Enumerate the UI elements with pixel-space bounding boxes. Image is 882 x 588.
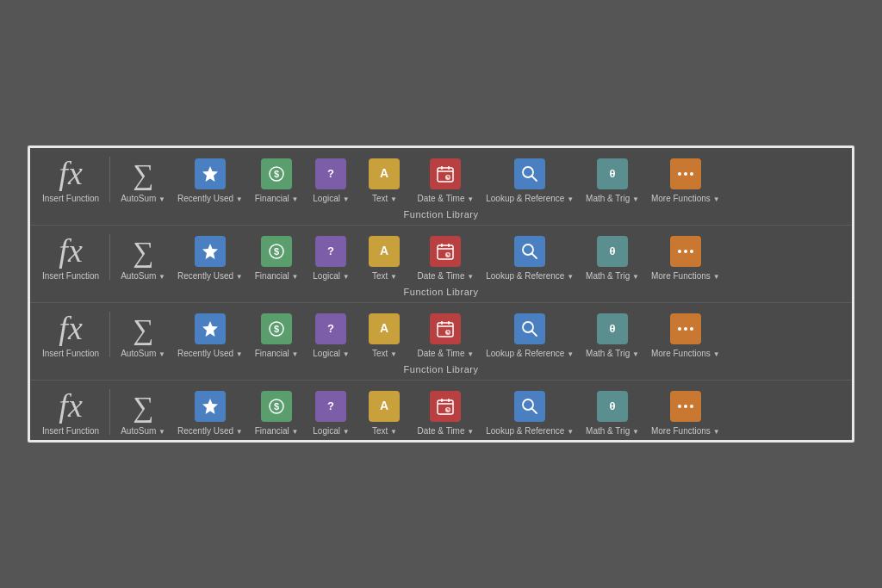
sigma-icon-3: ∑ <box>133 315 153 344</box>
math-button-4[interactable]: θ Math & Trig ▼ <box>581 387 644 438</box>
toolbar-row-2: fx Insert Function ∑ AutoSum ▼ Recently … <box>30 226 852 285</box>
recently-used-label: Recently Used ▼ <box>177 193 243 204</box>
sigma-icon: ∑ <box>133 160 153 189</box>
logical-button-4[interactable]: ? Logical ▼ <box>305 387 357 438</box>
svg-point-52 <box>684 327 687 331</box>
text-label: Text ▼ <box>372 193 397 204</box>
datetime-button-2[interactable]: Date & Time ▼ <box>412 232 479 283</box>
logical-button-2[interactable]: ? Logical ▼ <box>305 232 357 283</box>
recently-used-icon-3 <box>195 313 226 344</box>
datetime-button-3[interactable]: Date & Time ▼ <box>412 310 479 361</box>
more-button-2[interactable]: More Functions ▼ <box>646 232 725 283</box>
toolbar-row: fx Insert Function ∑ AutoSum ▼ Recently … <box>30 148 852 207</box>
datetime-dropdown-arrow: ▼ <box>467 195 474 203</box>
recently-used-icon-4 <box>195 391 226 422</box>
financial-button[interactable]: $ Financial ▼ <box>250 155 304 206</box>
more-icon-4 <box>670 391 701 422</box>
divider-4 <box>109 389 110 435</box>
financial-button-4[interactable]: $ Financial ▼ <box>250 387 304 438</box>
svg-text:θ: θ <box>609 322 615 335</box>
math-button-3[interactable]: θ Math & Trig ▼ <box>581 310 644 361</box>
svg-point-17 <box>690 172 693 176</box>
lookup-icon-2 <box>514 236 545 267</box>
svg-text:θ: θ <box>609 167 615 180</box>
text-icon: A <box>369 158 400 189</box>
svg-marker-0 <box>202 166 218 182</box>
lookup-icon-3 <box>514 313 545 344</box>
datetime-button[interactable]: Date & Time ▼ <box>412 155 479 206</box>
ribbon-row-4: fx Insert Function ∑ AutoSum ▼ Recently … <box>30 381 852 440</box>
recently-used-label-4: Recently Used ▼ <box>177 425 243 436</box>
autosum-button[interactable]: ∑ AutoSum ▼ <box>115 157 171 206</box>
lookup-button-4[interactable]: Lookup & Reference ▼ <box>481 387 579 438</box>
svg-line-67 <box>532 408 537 413</box>
svg-point-15 <box>678 172 681 176</box>
function-library-label-1: Function Library <box>30 207 852 225</box>
math-icon-2: θ <box>597 236 628 267</box>
financial-button-2[interactable]: $ Financial ▼ <box>250 232 304 283</box>
insert-function-label-4: Insert Function <box>42 425 99 436</box>
more-label-4: More Functions ▼ <box>651 425 720 436</box>
more-button-4[interactable]: More Functions ▼ <box>646 387 725 438</box>
svg-point-51 <box>678 327 681 331</box>
recently-used-button-3[interactable]: Recently Used ▼ <box>172 310 248 361</box>
autosum-button-4[interactable]: ∑ AutoSum ▼ <box>115 389 171 438</box>
insert-function-button-4[interactable]: fx Insert Function <box>37 386 104 438</box>
svg-line-13 <box>532 176 537 181</box>
autosum-dropdown-arrow: ▼ <box>158 195 165 203</box>
svg-marker-18 <box>202 244 218 259</box>
logical-label-3: Logical ▼ <box>313 348 349 359</box>
ribbon-row-2: fx Insert Function ∑ AutoSum ▼ Recently … <box>30 226 852 303</box>
lookup-button-3[interactable]: Lookup & Reference ▼ <box>481 310 579 361</box>
math-button[interactable]: θ Math & Trig ▼ <box>581 155 644 206</box>
text-button-3[interactable]: A Text ▼ <box>358 310 410 361</box>
autosum-button-2[interactable]: ∑ AutoSum ▼ <box>115 234 171 283</box>
svg-rect-5 <box>438 168 453 182</box>
autosum-button-3[interactable]: ∑ AutoSum ▼ <box>115 312 171 361</box>
financial-dropdown-arrow: ▼ <box>292 195 299 203</box>
recently-used-icon <box>195 158 226 189</box>
recently-used-button-2[interactable]: Recently Used ▼ <box>172 232 248 283</box>
insert-function-label: Insert Function <box>42 193 99 204</box>
datetime-icon-2 <box>430 236 461 267</box>
logical-label: Logical ▼ <box>313 193 349 204</box>
financial-icon: $ <box>261 158 292 189</box>
svg-marker-54 <box>202 399 218 414</box>
more-label-2: More Functions ▼ <box>651 270 720 282</box>
lookup-label-2: Lookup & Reference ▼ <box>486 270 574 282</box>
math-button-2[interactable]: θ Math & Trig ▼ <box>581 232 644 283</box>
math-dropdown-arrow: ▼ <box>632 195 639 203</box>
lookup-button[interactable]: Lookup & Reference ▼ <box>481 155 579 206</box>
financial-button-3[interactable]: $ Financial ▼ <box>250 310 304 361</box>
lookup-label-4: Lookup & Reference ▼ <box>486 425 574 436</box>
recently-used-button[interactable]: Recently Used ▼ <box>172 155 248 206</box>
logical-label-4: Logical ▼ <box>313 425 349 436</box>
svg-text:θ: θ <box>609 399 615 412</box>
autosum-label: AutoSum ▼ <box>121 193 165 204</box>
svg-point-35 <box>690 250 693 253</box>
svg-text:$: $ <box>274 246 279 257</box>
divider-2 <box>109 234 110 280</box>
logical-button-3[interactable]: ? Logical ▼ <box>305 310 357 361</box>
insert-function-button-3[interactable]: fx Insert Function <box>37 308 104 361</box>
math-label-4: Math & Trig ▼ <box>586 425 639 436</box>
lookup-icon-4 <box>514 391 545 422</box>
text-button-4[interactable]: A Text ▼ <box>358 387 410 438</box>
more-button[interactable]: More Functions ▼ <box>646 155 725 206</box>
text-button[interactable]: A Text ▼ <box>358 155 410 206</box>
logical-button[interactable]: ? Logical ▼ <box>305 155 357 206</box>
financial-label: Financial ▼ <box>255 193 299 204</box>
lookup-button-2[interactable]: Lookup & Reference ▼ <box>481 232 579 283</box>
svg-point-34 <box>684 250 687 253</box>
datetime-button-4[interactable]: Date & Time ▼ <box>412 387 479 438</box>
insert-function-button-2[interactable]: fx Insert Function <box>37 231 104 283</box>
svg-point-70 <box>684 405 687 408</box>
recently-used-button-4[interactable]: Recently Used ▼ <box>172 387 248 438</box>
math-label: Math & Trig ▼ <box>586 193 639 204</box>
logical-icon: ? <box>315 158 346 189</box>
more-button-3[interactable]: More Functions ▼ <box>646 310 725 361</box>
text-button-2[interactable]: A Text ▼ <box>358 232 410 283</box>
autosum-label-2: AutoSum ▼ <box>121 270 165 282</box>
text-icon-3: A <box>369 313 400 344</box>
insert-function-button[interactable]: fx Insert Function <box>37 153 104 206</box>
